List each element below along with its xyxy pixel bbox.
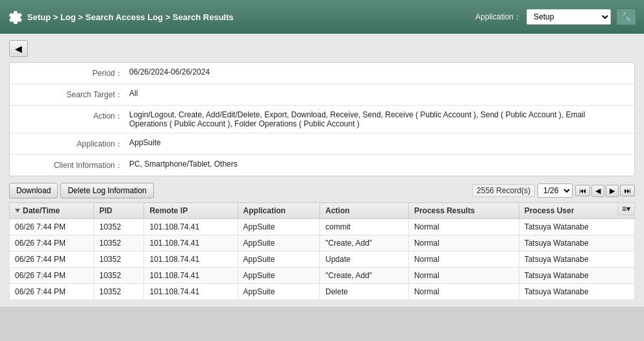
header: Setup > Log > Search Access Log > Search… <box>0 0 644 34</box>
cell-pid: 10352 <box>94 219 144 235</box>
cell-process_user: Tatsuya Watanabe <box>519 284 634 300</box>
info-row-application: Application： AppSuite <box>10 134 634 155</box>
period-label: Period： <box>19 67 123 79</box>
cell-application: AppSuite <box>238 252 320 268</box>
cell-datetime: 06/26 7:44 PM <box>10 268 94 284</box>
cell-process_user: Tatsuya Watanabe <box>519 252 634 268</box>
table-row: 06/26 7:44 PM10352101.108.74.41AppSuite"… <box>10 268 635 284</box>
header-right: Application： Setup AppSuite 🔧 <box>475 8 636 25</box>
first-page-button[interactable]: ⏮ <box>575 185 590 196</box>
page-dropdown[interactable]: 1/26 <box>538 183 573 198</box>
cell-remote_ip: 101.108.74.41 <box>144 268 238 284</box>
toolbar-row: Download Delete Log Information 2556 Rec… <box>9 183 635 198</box>
table-body: 06/26 7:44 PM10352101.108.74.41AppSuitec… <box>10 219 635 300</box>
cell-datetime: 06/26 7:44 PM <box>10 235 94 252</box>
info-row-search-target: Search Target： All <box>10 84 634 106</box>
cell-process_user: Tatsuya Watanabe <box>519 268 634 284</box>
cell-remote_ip: 101.108.74.41 <box>144 235 238 252</box>
cell-process_results: Normal <box>408 252 519 268</box>
cell-pid: 10352 <box>94 284 144 300</box>
sort-icon <box>15 209 20 214</box>
download-button[interactable]: Download <box>9 183 58 198</box>
wrench-button[interactable]: 🔧 <box>616 8 636 25</box>
cell-action: commit <box>320 219 409 235</box>
toolbar-left: Download Delete Log Information <box>9 183 154 198</box>
breadcrumb: Setup > Log > Search Access Log > Search… <box>27 12 234 22</box>
cell-remote_ip: 101.108.74.41 <box>144 284 238 300</box>
app-label: Application： <box>475 12 521 23</box>
data-table: Date/Time PID Remote IP Application Acti… <box>9 202 635 300</box>
col-pid: PID <box>94 203 144 219</box>
action-label: Action： <box>19 110 123 122</box>
col-remote-ip: Remote IP <box>144 203 238 219</box>
cell-datetime: 06/26 7:44 PM <box>10 284 94 300</box>
cell-process_results: Normal <box>408 268 519 284</box>
cell-application: AppSuite <box>238 219 320 235</box>
search-target-label: Search Target： <box>19 89 123 100</box>
period-value: 06/26/2024-06/26/2024 <box>129 67 625 76</box>
application-value: AppSuite <box>129 138 625 147</box>
cell-action: "Create, Add" <box>320 235 409 252</box>
records-count: 2556 Record(s) <box>472 184 535 197</box>
last-page-button[interactable]: ⏭ <box>620 185 635 196</box>
table-row: 06/26 7:44 PM10352101.108.74.41AppSuite"… <box>10 235 635 252</box>
info-row-action: Action： Login/Logout, Create, Add/Edit/D… <box>10 106 634 134</box>
cell-action: Delete <box>320 284 409 300</box>
cell-datetime: 06/26 7:44 PM <box>10 252 94 268</box>
main-content: ◀ Period： 06/26/2024-06/26/2024 Search T… <box>0 34 644 307</box>
prev-page-button[interactable]: ◀ <box>591 185 604 197</box>
table-row: 06/26 7:44 PM10352101.108.74.41AppSuiteD… <box>10 284 635 300</box>
col-process-user: Process User ≡▾ <box>519 203 634 219</box>
cell-process_user: Tatsuya Watanabe <box>519 235 634 252</box>
table-row: 06/26 7:44 PM10352101.108.74.41AppSuitec… <box>10 219 635 235</box>
table-row: 06/26 7:44 PM10352101.108.74.41AppSuiteU… <box>10 252 635 268</box>
cell-pid: 10352 <box>94 235 144 252</box>
cell-datetime: 06/26 7:44 PM <box>10 219 94 235</box>
cell-application: AppSuite <box>238 235 320 252</box>
search-target-value: All <box>129 89 625 98</box>
application-label: Application： <box>19 138 123 150</box>
delete-log-button[interactable]: Delete Log Information <box>60 183 153 198</box>
cell-application: AppSuite <box>238 284 320 300</box>
cell-action: Update <box>320 252 409 268</box>
next-page-button[interactable]: ▶ <box>606 185 619 197</box>
cell-application: AppSuite <box>238 268 320 284</box>
cell-pid: 10352 <box>94 268 144 284</box>
info-row-period: Period： 06/26/2024-06/26/2024 <box>10 63 634 84</box>
back-button[interactable]: ◀ <box>9 40 28 57</box>
cell-pid: 10352 <box>94 252 144 268</box>
cell-remote_ip: 101.108.74.41 <box>144 252 238 268</box>
cell-action: "Create, Add" <box>320 268 409 284</box>
cell-process_user: Tatsuya Watanabe <box>519 219 634 235</box>
table-header-row: Date/Time PID Remote IP Application Acti… <box>10 203 635 219</box>
info-row-client-info: Client Information： PC, Smartphone/Table… <box>10 155 634 176</box>
info-panel: Period： 06/26/2024-06/26/2024 Search Tar… <box>9 62 635 176</box>
cell-remote_ip: 101.108.74.41 <box>144 219 238 235</box>
page-navigation: ⏮ ◀ ▶ ⏭ <box>575 185 635 197</box>
table-container: Date/Time PID Remote IP Application Acti… <box>9 202 635 300</box>
column-settings-button[interactable]: ≡▾ <box>617 202 635 215</box>
col-datetime[interactable]: Date/Time <box>10 203 94 219</box>
client-info-label: Client Information： <box>19 159 123 171</box>
cell-process_results: Normal <box>408 284 519 300</box>
toolbar-right: 2556 Record(s) 1/26 ⏮ ◀ ▶ ⏭ <box>472 183 635 198</box>
cell-process_results: Normal <box>408 219 519 235</box>
col-process-results: Process Results <box>408 203 519 219</box>
client-info-value: PC, Smartphone/Tablet, Others <box>129 159 625 169</box>
col-application: Application <box>238 203 320 219</box>
action-value: Login/Logout, Create, Add/Edit/Delete, E… <box>129 110 625 128</box>
header-left: Setup > Log > Search Access Log > Search… <box>8 10 234 24</box>
application-select[interactable]: Setup AppSuite <box>526 9 611 25</box>
cell-process_results: Normal <box>408 235 519 252</box>
gear-icon <box>8 10 22 24</box>
col-action: Action <box>320 203 409 219</box>
